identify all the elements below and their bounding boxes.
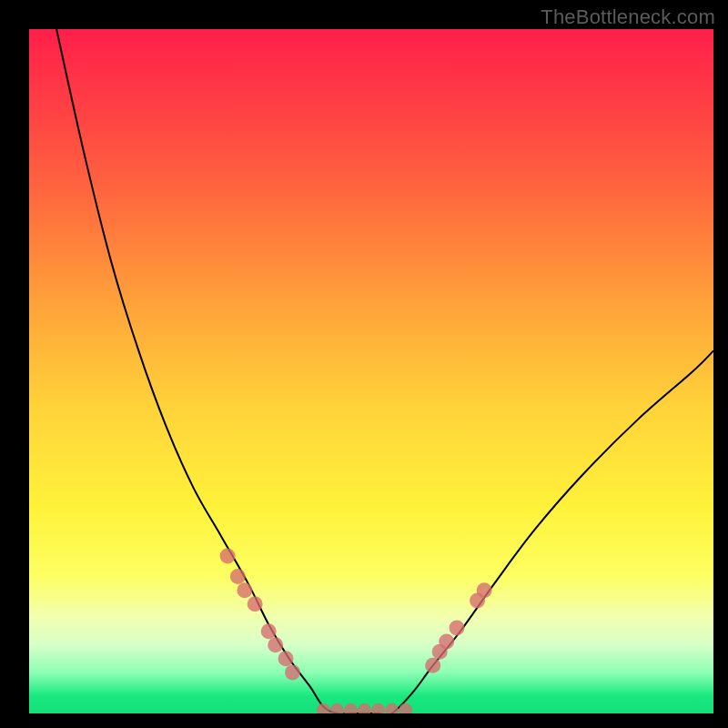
data-point [268,637,283,652]
data-point [230,569,246,584]
data-point [330,703,344,713]
bottleneck-curve [56,29,713,713]
data-point [261,623,277,639]
watermark-text: TheBottleneck.com [541,5,715,29]
curve-layer [29,29,713,713]
data-point [278,651,294,666]
data-point [317,703,330,713]
data-point [285,664,300,680]
data-point [344,703,358,713]
chart-container: TheBottleneck.com [0,0,728,728]
data-point [358,703,371,713]
data-point [385,703,399,713]
data-point [248,596,263,612]
data-point [237,582,252,598]
data-point [425,658,440,673]
data-point [371,703,385,713]
data-point [477,582,492,598]
plot-area [29,29,713,713]
data-point [220,549,236,564]
data-point [450,621,465,636]
data-point [439,634,454,650]
